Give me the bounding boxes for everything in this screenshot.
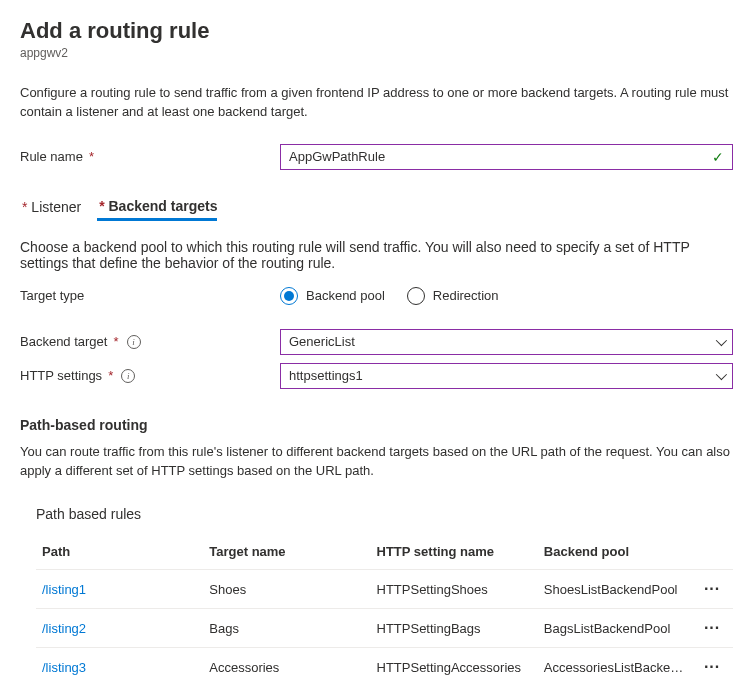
valid-check-icon: ✓ [712,149,724,165]
chevron-down-icon [716,369,727,380]
row-more-button[interactable]: ··· [691,609,733,648]
cell-pool: BagsListBackendPool [538,609,691,648]
target-type-label: Target type [20,288,280,303]
backend-target-select[interactable]: GenericList [280,329,733,355]
col-path: Path [36,536,203,570]
table-row: /listing1ShoesHTTPSettingShoesShoesListB… [36,570,733,609]
row-more-button[interactable]: ··· [691,648,733,687]
required-indicator: * [108,368,113,383]
tab-listener[interactable]: * Listener [20,198,81,221]
col-http: HTTP setting name [371,536,538,570]
chevron-down-icon [716,335,727,346]
rule-name-input-wrapper[interactable]: ✓ [280,144,733,170]
cell-target: Accessories [203,648,370,687]
required-indicator: * [113,334,118,349]
cell-pool: ShoesListBackendPool [538,570,691,609]
rule-name-input[interactable] [289,149,712,164]
path-link[interactable]: /listing2 [42,621,86,636]
rule-name-label: Rule name* [20,149,280,164]
table-row: /listing2BagsHTTPSettingBagsBagsListBack… [36,609,733,648]
cell-http: HTTPSettingBags [371,609,538,648]
info-icon[interactable]: i [127,335,141,349]
table-row: /listing3AccessoriesHTTPSettingAccessori… [36,648,733,687]
backend-target-label: Backend target* i [20,334,280,349]
col-target: Target name [203,536,370,570]
path-routing-desc: You can route traffic from this rule's l… [20,443,733,481]
required-indicator: * [22,199,27,215]
http-settings-label: HTTP settings* i [20,368,280,383]
rules-heading: Path based rules [36,506,733,522]
cell-http: HTTPSettingShoes [371,570,538,609]
radio-selected-icon [280,287,298,305]
cell-target: Shoes [203,570,370,609]
page-title: Add a routing rule [20,18,733,44]
path-link[interactable]: /listing1 [42,582,86,597]
page-subtitle: appgwv2 [20,46,733,60]
tab-backend-targets[interactable]: * Backend targets [97,198,217,221]
radio-redirection[interactable]: Redirection [407,287,499,305]
cell-http: HTTPSettingAccessories [371,648,538,687]
cell-target: Bags [203,609,370,648]
intro-text: Configure a routing rule to send traffic… [20,84,733,122]
radio-backend-pool[interactable]: Backend pool [280,287,385,305]
path-routing-title: Path-based routing [20,417,733,433]
row-more-button[interactable]: ··· [691,570,733,609]
info-icon[interactable]: i [121,369,135,383]
backend-desc: Choose a backend pool to which this rout… [20,239,733,271]
path-rules-table: Path Target name HTTP setting name Backe… [36,536,733,686]
radio-unselected-icon [407,287,425,305]
required-indicator: * [89,149,94,164]
col-pool: Backend pool [538,536,691,570]
path-link[interactable]: /listing3 [42,660,86,675]
cell-pool: AccessoriesListBackendP… [538,648,691,687]
required-indicator: * [99,198,104,214]
http-settings-select[interactable]: httpsettings1 [280,363,733,389]
